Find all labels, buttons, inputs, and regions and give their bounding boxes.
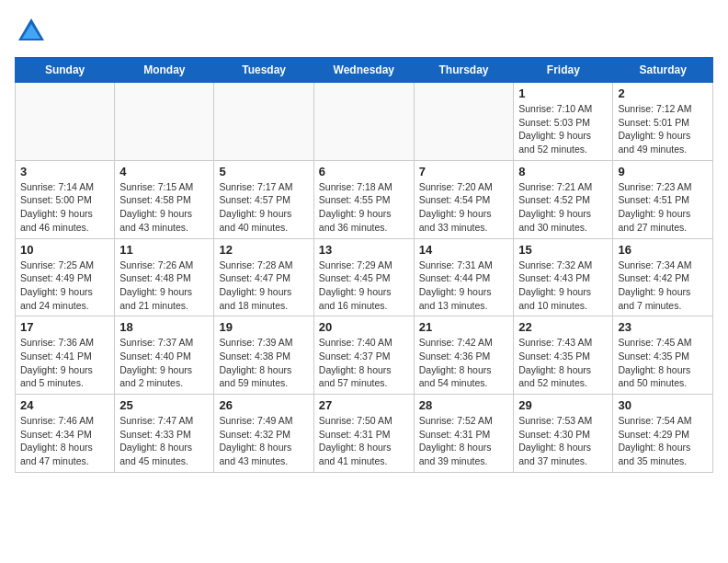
calendar-cell: 6Sunrise: 7:18 AM Sunset: 4:55 PM Daylig… [313, 160, 414, 238]
day-number: 10 [20, 243, 109, 257]
day-info: Sunrise: 7:34 AM Sunset: 4:42 PM Dayligh… [618, 259, 708, 313]
day-info: Sunrise: 7:12 AM Sunset: 5:01 PM Dayligh… [618, 102, 708, 156]
day-number: 28 [419, 398, 509, 412]
day-number: 25 [119, 398, 209, 412]
day-info: Sunrise: 7:20 AM Sunset: 4:54 PM Dayligh… [419, 180, 509, 235]
calendar-cell: 22Sunrise: 7:43 AM Sunset: 4:35 PM Dayli… [514, 316, 613, 395]
day-info: Sunrise: 7:17 AM Sunset: 4:57 PM Dayligh… [219, 180, 308, 235]
day-info: Sunrise: 7:54 AM Sunset: 4:29 PM Dayligh… [618, 414, 708, 468]
calendar-cell: 19Sunrise: 7:39 AM Sunset: 4:38 PM Dayli… [214, 316, 313, 395]
day-number: 9 [618, 165, 708, 178]
day-number: 23 [618, 320, 708, 334]
calendar-cell: 12Sunrise: 7:28 AM Sunset: 4:47 PM Dayli… [214, 238, 313, 316]
calendar-cell: 29Sunrise: 7:53 AM Sunset: 4:30 PM Dayli… [514, 395, 613, 473]
day-info: Sunrise: 7:29 AM Sunset: 4:45 PM Dayligh… [319, 259, 409, 313]
day-info: Sunrise: 7:26 AM Sunset: 4:48 PM Dayligh… [119, 259, 209, 313]
day-info: Sunrise: 7:18 AM Sunset: 4:55 PM Dayligh… [319, 180, 409, 235]
weekday-header-friday: Friday [514, 58, 613, 83]
weekday-header-monday: Monday [115, 58, 214, 83]
calendar-cell: 27Sunrise: 7:50 AM Sunset: 4:31 PM Dayli… [313, 395, 414, 473]
calendar-cell [414, 83, 514, 161]
day-info: Sunrise: 7:15 AM Sunset: 4:58 PM Dayligh… [119, 180, 209, 235]
calendar-cell: 4Sunrise: 7:15 AM Sunset: 4:58 PM Daylig… [115, 160, 214, 238]
day-number: 24 [20, 398, 109, 412]
calendar-cell [16, 83, 115, 161]
calendar-cell: 11Sunrise: 7:26 AM Sunset: 4:48 PM Dayli… [115, 238, 214, 316]
calendar-cell: 15Sunrise: 7:32 AM Sunset: 4:43 PM Dayli… [514, 238, 613, 316]
header [15, 15, 713, 48]
day-info: Sunrise: 7:42 AM Sunset: 4:36 PM Dayligh… [419, 336, 509, 390]
calendar-cell: 18Sunrise: 7:37 AM Sunset: 4:40 PM Dayli… [115, 316, 214, 395]
logo [15, 15, 51, 48]
weekday-header-saturday: Saturday [613, 58, 713, 83]
day-number: 21 [419, 320, 509, 334]
calendar-cell: 8Sunrise: 7:21 AM Sunset: 4:52 PM Daylig… [514, 160, 613, 238]
calendar-cell: 25Sunrise: 7:47 AM Sunset: 4:33 PM Dayli… [115, 395, 214, 473]
day-info: Sunrise: 7:10 AM Sunset: 5:03 PM Dayligh… [518, 102, 608, 156]
calendar: SundayMondayTuesdayWednesdayThursdayFrid… [15, 57, 713, 473]
calendar-cell [313, 83, 414, 161]
day-info: Sunrise: 7:31 AM Sunset: 4:44 PM Dayligh… [419, 259, 509, 313]
calendar-cell: 16Sunrise: 7:34 AM Sunset: 4:42 PM Dayli… [613, 238, 713, 316]
day-info: Sunrise: 7:49 AM Sunset: 4:32 PM Dayligh… [219, 414, 308, 468]
calendar-cell: 13Sunrise: 7:29 AM Sunset: 4:45 PM Dayli… [313, 238, 414, 316]
day-number: 18 [119, 320, 209, 334]
calendar-cell: 23Sunrise: 7:45 AM Sunset: 4:35 PM Dayli… [613, 316, 713, 395]
weekday-header-tuesday: Tuesday [214, 58, 313, 83]
day-info: Sunrise: 7:43 AM Sunset: 4:35 PM Dayligh… [518, 336, 608, 390]
day-info: Sunrise: 7:45 AM Sunset: 4:35 PM Dayligh… [618, 336, 708, 390]
day-info: Sunrise: 7:23 AM Sunset: 4:51 PM Dayligh… [618, 180, 708, 235]
calendar-cell: 21Sunrise: 7:42 AM Sunset: 4:36 PM Dayli… [414, 316, 514, 395]
day-info: Sunrise: 7:14 AM Sunset: 5:00 PM Dayligh… [20, 180, 109, 235]
day-number: 17 [20, 320, 109, 334]
calendar-cell: 9Sunrise: 7:23 AM Sunset: 4:51 PM Daylig… [613, 160, 713, 238]
day-number: 5 [219, 165, 308, 178]
day-number: 30 [618, 398, 708, 412]
week-row-5: 24Sunrise: 7:46 AM Sunset: 4:34 PM Dayli… [16, 395, 713, 473]
day-info: Sunrise: 7:50 AM Sunset: 4:31 PM Dayligh… [319, 414, 409, 468]
weekday-header-sunday: Sunday [16, 58, 115, 83]
day-number: 12 [219, 243, 308, 257]
calendar-cell: 17Sunrise: 7:36 AM Sunset: 4:41 PM Dayli… [16, 316, 115, 395]
week-row-1: 1Sunrise: 7:10 AM Sunset: 5:03 PM Daylig… [16, 83, 713, 161]
day-info: Sunrise: 7:52 AM Sunset: 4:31 PM Dayligh… [419, 414, 509, 468]
day-number: 27 [319, 398, 409, 412]
day-info: Sunrise: 7:46 AM Sunset: 4:34 PM Dayligh… [20, 414, 109, 468]
day-info: Sunrise: 7:47 AM Sunset: 4:33 PM Dayligh… [119, 414, 209, 468]
calendar-cell: 2Sunrise: 7:12 AM Sunset: 5:01 PM Daylig… [613, 83, 713, 161]
day-number: 29 [518, 398, 608, 412]
day-number: 2 [618, 86, 708, 100]
day-info: Sunrise: 7:21 AM Sunset: 4:52 PM Dayligh… [518, 180, 608, 235]
calendar-cell [214, 83, 313, 161]
day-info: Sunrise: 7:39 AM Sunset: 4:38 PM Dayligh… [219, 336, 308, 390]
day-number: 14 [419, 243, 509, 257]
day-number: 13 [319, 243, 409, 257]
calendar-cell [115, 83, 214, 161]
calendar-cell: 1Sunrise: 7:10 AM Sunset: 5:03 PM Daylig… [514, 83, 613, 161]
day-number: 26 [219, 398, 308, 412]
calendar-cell: 10Sunrise: 7:25 AM Sunset: 4:49 PM Dayli… [16, 238, 115, 316]
day-number: 22 [518, 320, 608, 334]
day-number: 19 [219, 320, 308, 334]
logo-icon [15, 15, 48, 48]
calendar-cell: 30Sunrise: 7:54 AM Sunset: 4:29 PM Dayli… [613, 395, 713, 473]
weekday-header-wednesday: Wednesday [313, 58, 414, 83]
day-number: 20 [319, 320, 409, 334]
day-info: Sunrise: 7:53 AM Sunset: 4:30 PM Dayligh… [518, 414, 608, 468]
week-row-3: 10Sunrise: 7:25 AM Sunset: 4:49 PM Dayli… [16, 238, 713, 316]
calendar-cell: 20Sunrise: 7:40 AM Sunset: 4:37 PM Dayli… [313, 316, 414, 395]
day-number: 15 [518, 243, 608, 257]
day-number: 16 [618, 243, 708, 257]
day-info: Sunrise: 7:32 AM Sunset: 4:43 PM Dayligh… [518, 259, 608, 313]
day-info: Sunrise: 7:37 AM Sunset: 4:40 PM Dayligh… [119, 336, 209, 390]
calendar-cell: 7Sunrise: 7:20 AM Sunset: 4:54 PM Daylig… [414, 160, 514, 238]
day-info: Sunrise: 7:25 AM Sunset: 4:49 PM Dayligh… [20, 259, 109, 313]
day-info: Sunrise: 7:36 AM Sunset: 4:41 PM Dayligh… [20, 336, 109, 390]
day-number: 8 [518, 165, 608, 178]
day-number: 6 [319, 165, 409, 178]
day-info: Sunrise: 7:40 AM Sunset: 4:37 PM Dayligh… [319, 336, 409, 390]
calendar-cell: 14Sunrise: 7:31 AM Sunset: 4:44 PM Dayli… [414, 238, 514, 316]
week-row-4: 17Sunrise: 7:36 AM Sunset: 4:41 PM Dayli… [16, 316, 713, 395]
day-number: 11 [119, 243, 209, 257]
calendar-cell: 3Sunrise: 7:14 AM Sunset: 5:00 PM Daylig… [16, 160, 115, 238]
